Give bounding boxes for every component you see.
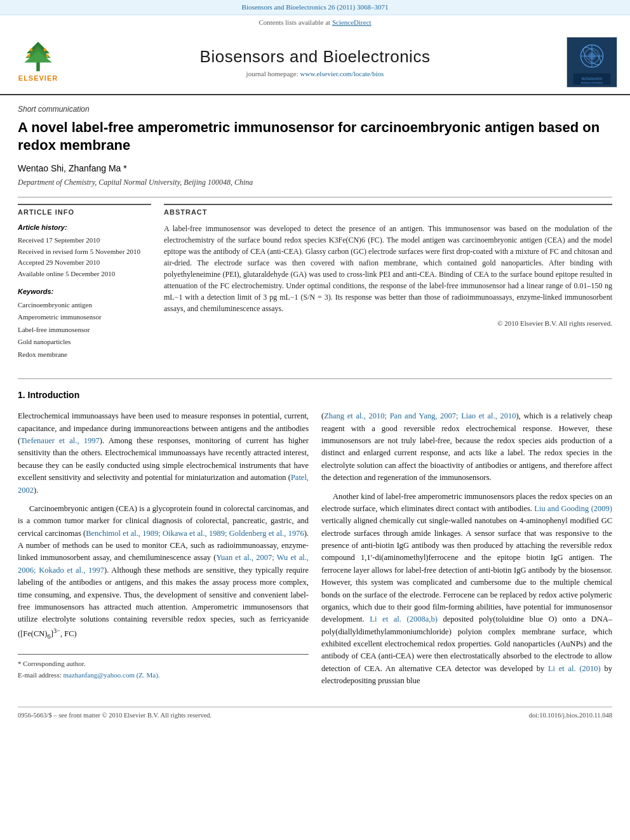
keyword-1: Carcinoembryonic antigen [18,300,151,311]
elsevier-name: ELSEVIER [18,74,58,83]
ref-tiefenauer[interactable]: Tiefenauer et al., 1997 [20,436,100,445]
ref-li-2010[interactable]: Li et al. (2010) [548,664,601,673]
svg-text:BIOSENSORS: BIOSENSORS [582,77,603,81]
introduction-section: 1. Introduction Electrochemical immunoas… [18,389,612,694]
issn-text: 0956-5663/$ – see front matter © 2010 El… [18,711,211,721]
available-at-text: Contents lists available at [258,18,330,26]
keywords-label: Keywords: [18,287,151,297]
svg-point-7 [46,54,49,57]
intro-right-column: (Zhang et al., 2010; Pan and Yang, 2007;… [321,410,612,693]
bottom-bar: 0956-5663/$ – see front matter © 2010 El… [18,707,612,727]
journal-header: ELSEVIER Biosensors and Bioelectronics j… [0,30,630,95]
intro-left-text: Electrochemical immunoassays have been u… [18,410,309,641]
ref-benchimol[interactable]: Benchimol et al., 1989; Oikawa et al., 1… [86,529,304,538]
ref-liu-gooding[interactable]: Liu and Gooding (2009) [534,504,612,513]
revised-date: Received in revised form 5 November 2010 [18,246,151,258]
paper-content: Short communication A novel label-free a… [0,95,630,739]
keyword-2: Amperometric immunosensor [18,312,151,323]
received-date: Received 17 September 2010 [18,235,151,246]
intro-left-column: Electrochemical immunoassays have been u… [18,410,309,693]
intro-body: Electrochemical immunoassays have been u… [18,410,612,693]
intro-heading: 1. Introduction [18,389,612,402]
sciencedirect-link[interactable]: ScienceDirect [332,18,372,26]
svg-point-4 [30,48,33,51]
footnote-corresponding: * Corresponding author. [18,658,309,670]
authors: Wentao Shi, Zhanfang Ma * [18,163,612,175]
svg-text:BIOELECTRONICS: BIOELECTRONICS [581,81,603,84]
footnote-email: E-mail address: mazhanfang@yahoo.com (Z.… [18,670,309,681]
email-link[interactable]: mazhanfang@yahoo.com (Z. Ma). [63,671,159,679]
doi-text: doi:10.1016/j.bios.2010.11.048 [529,711,612,721]
available-date: Available online 5 December 2010 [18,269,151,280]
accepted-date: Accepted 29 November 2010 [18,257,151,269]
abstract-body: A label-free immunosensor was developed … [164,224,612,313]
ref-patel[interactable]: Patel, 2002 [18,473,309,494]
journal-header-center: Biosensors and Bioelectronics journal ho… [70,45,560,79]
intro-para-4: Another kind of label-free amperometric … [321,491,612,688]
paper-title: A novel label-free amperometric immunose… [18,119,612,155]
abstract-column: ABSTRACT A label-free immunosensor was d… [164,204,612,368]
journal-reference-bar: Biosensors and Bioelectronics 26 (2011) … [0,0,630,15]
journal-homepage: journal homepage: www.elsevier.com/locat… [70,69,560,79]
intro-para-2: Carcinoembryonic antigen (CEA) is a glyc… [18,503,309,642]
journal-cover-image: BIOSENSORS BIOELECTRONICS [566,37,617,88]
footnote-area: * Corresponding author. E-mail address: … [18,654,309,681]
article-info-column: ARTICLE INFO Article history: Received 1… [18,204,151,368]
article-type: Short communication [18,104,612,115]
divider-2 [18,378,612,379]
elsevier-tree-icon [19,41,57,72]
divider-1 [18,197,612,197]
abstract-label: ABSTRACT [164,204,612,217]
homepage-url[interactable]: www.elsevier.com/locate/bios [300,70,384,77]
affiliation: Department of Chemistry, Capital Normal … [18,177,612,188]
homepage-label: journal homepage: [246,70,298,77]
sciencedirect-banner: Contents lists available at ScienceDirec… [0,15,630,30]
article-history-title: Article history: [18,223,151,232]
ref-zhang[interactable]: Zhang et al., 2010; Pan and Yang, 2007; … [324,411,516,420]
authors-text: Wentao Shi, Zhanfang Ma * [18,163,127,173]
article-info-label: ARTICLE INFO [18,204,151,217]
article-info-abstract: ARTICLE INFO Article history: Received 1… [18,204,612,368]
elsevier-logo: ELSEVIER [13,41,64,83]
intro-right-text: (Zhang et al., 2010; Pan and Yang, 2007;… [321,410,612,687]
intro-para-1: Electrochemical immunoassays have been u… [18,410,309,497]
journal-title: Biosensors and Bioelectronics [70,45,560,68]
ref-li-2008[interactable]: Li et al. (2008a,b) [370,615,438,623]
keywords-block: Keywords: Carcinoembryonic antigen Amper… [18,287,151,360]
intro-para-3: (Zhang et al., 2010; Pan and Yang, 2007;… [321,410,612,484]
keyword-4: Gold nanoparticles [18,337,151,348]
copyright: © 2010 Elsevier B.V. All rights reserved… [164,318,612,329]
others-text: others [81,448,101,457]
journal-cover-pattern-icon: BIOSENSORS BIOELECTRONICS [567,37,617,87]
abstract-text: A label-free immunosensor was developed … [164,223,612,329]
svg-point-6 [27,54,30,57]
article-history: Article history: Received 17 September 2… [18,223,151,280]
svg-point-5 [44,48,47,51]
ref-yuan[interactable]: Yuan et al., 2007; Wu et al., 2006; Koka… [18,553,309,574]
keywords-list: Carcinoembryonic antigen Amperometric im… [18,300,151,361]
keyword-5: Redox membrane [18,349,151,361]
journal-reference-text: Biosensors and Bioelectronics 26 (2011) … [242,3,389,11]
email-label: E-mail address: [18,671,62,679]
keyword-3: Label-free immunosensor [18,324,151,336]
